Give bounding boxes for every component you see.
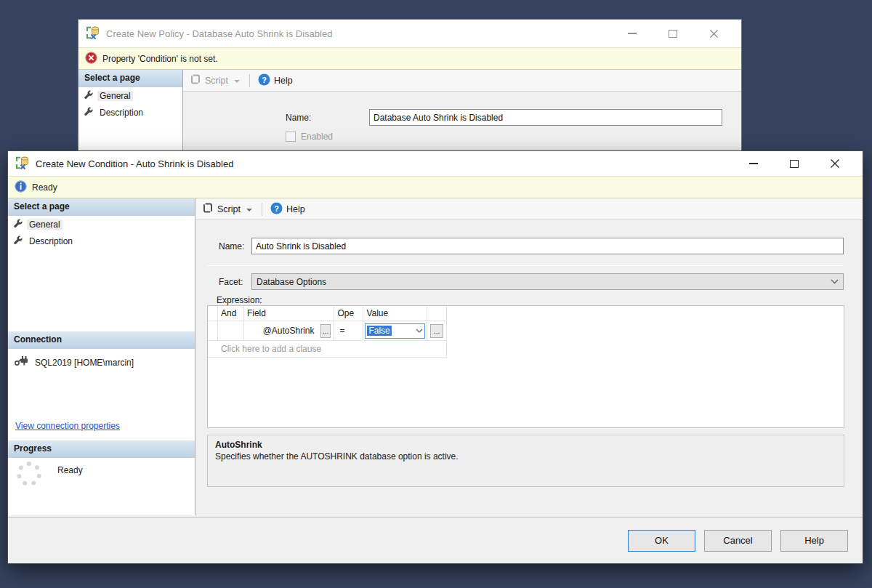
connection-header: Connection [8, 331, 195, 349]
minimize-button[interactable] [733, 151, 774, 176]
help-button[interactable]: ? Help [270, 202, 305, 217]
policy-page-item-description[interactable]: Description [78, 104, 182, 121]
enabled-checkbox-label: Enabled [301, 132, 333, 142]
page-item-general[interactable]: General [8, 216, 195, 233]
wrench-icon [13, 235, 23, 247]
value-combobox[interactable]: False [365, 323, 425, 339]
field-column-header: Field [244, 306, 318, 321]
connection-item: SQL2019 [HOME\marcin] [8, 351, 135, 371]
connection-server-label: SQL2019 [HOME\marcin] [35, 358, 134, 368]
operator-cell[interactable]: = [334, 321, 363, 340]
help-button-label: Help [274, 76, 293, 86]
close-button[interactable] [815, 151, 855, 176]
policy-select-page-header: Select a page [78, 70, 182, 87]
close-icon [709, 29, 719, 39]
property-help-box: AutoShrink Specifies whether the AUTOSHR… [207, 435, 844, 487]
row-selector-cell[interactable] [208, 321, 218, 340]
script-button[interactable]: Script [202, 202, 254, 216]
value-combobox-selected-text: False [367, 326, 391, 336]
app-icon [86, 25, 100, 42]
help-footer-button[interactable]: Help [780, 530, 848, 552]
progress-status-text: Ready [57, 462, 83, 475]
facet-label: Facet: [219, 277, 243, 287]
wrench-icon [13, 219, 23, 230]
policy-titlebar[interactable]: Create New Policy - Database Auto Shrink… [78, 20, 741, 47]
chevron-down-icon[interactable] [416, 329, 423, 333]
policy-content-panel: Script ? Help Name: En [183, 70, 741, 150]
policy-select-page-panel: Select a page General Description [78, 70, 183, 150]
close-button[interactable] [693, 20, 734, 47]
script-button-label: Script [217, 204, 241, 214]
condition-window-controls [733, 151, 855, 176]
maximize-button[interactable] [774, 151, 815, 176]
wrench-icon [84, 107, 93, 118]
chevron-down-icon [234, 80, 240, 83]
condition-dialog-window: Create New Condition - Auto Shrink is Di… [7, 150, 863, 564]
field-ellipsis-button[interactable]: ... [320, 324, 331, 338]
minimize-icon [628, 33, 637, 34]
minimize-button[interactable] [612, 20, 653, 47]
property-help-text: Specifies whether the AUTOSHRINK databas… [215, 451, 836, 462]
maximize-button[interactable] [653, 20, 693, 47]
row-selector-header [208, 306, 218, 321]
condition-left-panel: Select a page General Description Connec… [8, 198, 195, 515]
condition-name-input[interactable] [251, 238, 844, 254]
condition-content-panel: Script ? Help Name: Facet: [195, 198, 863, 515]
and-column-header: And [218, 306, 244, 321]
and-cell[interactable] [218, 321, 244, 340]
policy-enabled-row: Enabled [286, 132, 333, 142]
value-button-column-header [427, 306, 446, 321]
script-button: Script [190, 73, 241, 87]
desktop: Create New Policy - Database Auto Shrink… [0, 0, 872, 588]
dialog-footer: OK Cancel Help [8, 517, 863, 563]
help-icon: ? [258, 73, 270, 88]
view-connection-properties-link[interactable]: View connection properties [15, 421, 120, 431]
value-ellipsis-button[interactable]: ... [430, 324, 443, 338]
operator-column-header: Ope [334, 306, 363, 321]
page-item-description[interactable]: Description [8, 233, 195, 249]
script-icon [202, 202, 214, 216]
toolbar-separator [249, 74, 250, 87]
page-item-label: General [27, 220, 62, 230]
condition-status-bar: Ready [8, 176, 863, 198]
maximize-icon [790, 160, 799, 168]
policy-error-text: Property 'Condition' is not set. [102, 54, 218, 64]
page-item-label: General [97, 91, 133, 101]
expression-editor: And Field Ope Value @AutoShrink ... [207, 305, 844, 428]
help-icon: ? [270, 202, 283, 217]
condition-window-title: Create New Condition - Auto Shrink is Di… [36, 158, 233, 169]
facet-dropdown-value: Database Options [257, 277, 326, 287]
app-icon [15, 156, 30, 172]
progress-header: Progress [8, 440, 195, 458]
enabled-checkbox [286, 132, 296, 142]
ok-button[interactable]: OK [628, 530, 695, 552]
facet-dropdown[interactable]: Database Options [251, 273, 844, 290]
add-clause-row[interactable]: Click here to add a clause [208, 341, 447, 358]
expression-grid-header-row: And Field Ope Value [208, 306, 446, 321]
connection-icon [15, 355, 29, 369]
field-button-column-header [318, 306, 335, 321]
policy-window-title: Create New Policy - Database Auto Shrink… [106, 28, 332, 39]
separator [207, 265, 844, 266]
cancel-button[interactable]: Cancel [704, 530, 772, 552]
svg-text:?: ? [262, 75, 267, 84]
policy-toolbar: Script ? Help [183, 70, 741, 92]
condition-titlebar[interactable]: Create New Condition - Auto Shrink is Di… [8, 151, 863, 176]
policy-page-item-general[interactable]: General [78, 87, 182, 104]
close-icon [830, 158, 840, 169]
field-cell[interactable]: @AutoShrink [244, 321, 318, 340]
maximize-icon [669, 30, 677, 38]
wrench-icon [84, 90, 93, 102]
policy-name-input[interactable] [369, 109, 722, 126]
toolbar-separator [262, 203, 262, 216]
value-column-header: Value [363, 306, 427, 321]
expression-grid: And Field Ope Value @AutoShrink ... [208, 306, 447, 358]
condition-toolbar: Script ? Help [195, 198, 863, 220]
condition-status-text: Ready [32, 182, 57, 193]
policy-dialog-window: Create New Policy - Database Auto Shrink… [78, 19, 742, 151]
progress-spinner-icon [17, 462, 41, 486]
chevron-down-icon[interactable] [246, 209, 252, 212]
script-button-label: Script [205, 76, 228, 86]
help-button[interactable]: ? Help [258, 73, 293, 88]
svg-text:?: ? [274, 204, 279, 212]
